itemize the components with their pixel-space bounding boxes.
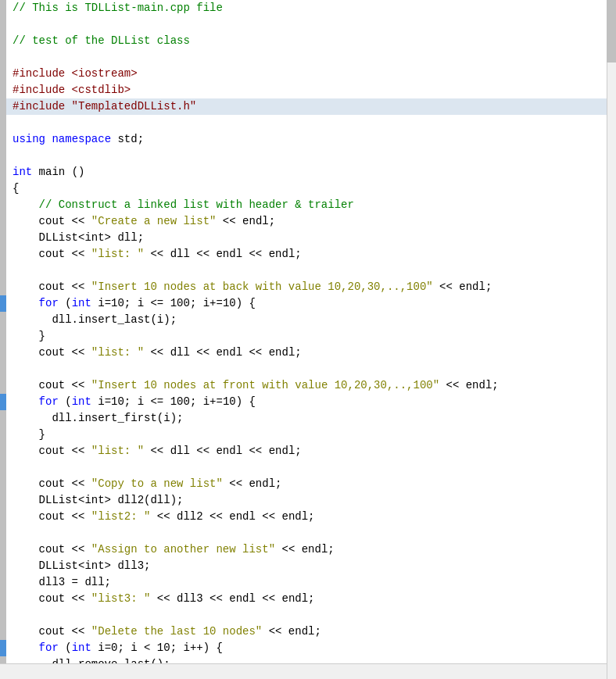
token: for (39, 641, 59, 654)
token: std; (111, 133, 144, 145)
token: using (13, 133, 45, 145)
line-marker (0, 98, 6, 115)
token: int (72, 641, 91, 654)
line (0, 459, 616, 476)
token: // This is TDLList-main.cpp file (13, 2, 223, 14)
line-marker (0, 574, 6, 591)
line-marker (0, 509, 6, 525)
token (13, 297, 39, 309)
token: << dll << endl << endl; (144, 346, 302, 359)
line: DLList<int> dll; (0, 230, 616, 246)
token: { (13, 182, 19, 195)
line: dll3 = dll; (0, 574, 616, 591)
line-content: for (int i=10; i <= 100; i+=10) { (6, 295, 616, 312)
line: cout << "Create a new list" << endl; (0, 213, 616, 230)
line-marker (0, 82, 6, 98)
token: << dll3 << endl << endl; (150, 592, 314, 605)
token: cout << (13, 346, 91, 359)
token: // test of the DLList class (13, 34, 190, 47)
token: i=10; i <= 100; i+=10) { (91, 395, 256, 408)
line-content: cout << "list: " << dll << endl << endl; (6, 443, 616, 459)
line-content (6, 525, 616, 541)
line-content: dll.insert_last(i); (6, 312, 616, 328)
token: << dll << endl << endl; (144, 248, 302, 260)
line: } (0, 328, 616, 345)
line-content: #include "TemplatedDLList.h" (6, 98, 616, 115)
token: dll.insert_first(i); (13, 412, 183, 424)
line: cout << "Delete the last 10 nodes" << en… (0, 624, 616, 640)
token: #include <iostream> (13, 67, 138, 80)
token: int (13, 166, 32, 178)
line-marker (0, 148, 6, 164)
line: #include <iostream> (0, 66, 616, 82)
token: for (39, 297, 59, 309)
token: } (13, 330, 45, 342)
line-content: dll.insert_first(i); (6, 410, 616, 427)
line-content: } (6, 427, 616, 443)
line-marker (0, 131, 6, 148)
line: // Construct a linked list with header &… (0, 197, 616, 213)
line-marker (0, 443, 6, 459)
token: cout << (13, 543, 91, 556)
line-marker (0, 427, 6, 443)
line-content: for (int i=10; i <= 100; i+=10) { (6, 394, 616, 410)
token: "Copy to a new list" (91, 477, 223, 490)
token: cout << (13, 510, 91, 523)
line: cout << "Insert 10 nodes at front with v… (0, 377, 616, 394)
token: "list2: " (91, 510, 151, 523)
token: << dll << endl << endl; (144, 445, 302, 457)
line-marker (0, 607, 6, 624)
editor-container: // This is TDLList-main.cpp file // test… (0, 0, 616, 679)
token: "Insert 10 nodes at back with value 10,2… (91, 281, 433, 293)
line-content: // Construct a linked list with header &… (6, 197, 616, 213)
line-marker (0, 361, 6, 377)
token: dll3 = dll; (13, 576, 111, 588)
line-marker (0, 66, 6, 82)
line: // test of the DLList class (0, 33, 616, 49)
token: << endl; (262, 625, 321, 638)
line-content: cout << "Copy to a new list" << endl; (6, 476, 616, 492)
line-content: DLList<int> dll3; (6, 558, 616, 574)
line-content: for (int i=0; i < 10; i++) { (6, 640, 616, 656)
line-marker (0, 164, 6, 180)
line (0, 148, 616, 164)
code-area: // This is TDLList-main.cpp file // test… (0, 0, 616, 679)
line-marker (0, 541, 6, 558)
line-content: int main () (6, 164, 616, 180)
line: // This is TDLList-main.cpp file (0, 0, 616, 16)
line-marker (0, 476, 6, 492)
line-content: #include <cstdlib> (6, 82, 616, 98)
token: "Delete the last 10 nodes" (91, 625, 262, 638)
line-content: cout << "Delete the last 10 nodes" << en… (6, 624, 616, 640)
line-content (6, 607, 616, 624)
token: DLList<int> dll3; (13, 559, 150, 572)
token: cout << (13, 281, 91, 293)
line: DLList<int> dll3; (0, 558, 616, 574)
line-marker (0, 394, 6, 410)
line: for (int i=10; i <= 100; i+=10) { (0, 394, 616, 410)
token: ( (59, 297, 72, 309)
bottom-bar (0, 663, 607, 679)
line: cout << "list: " << dll << endl << endl; (0, 443, 616, 459)
line-content: cout << "list: " << dll << endl << endl; (6, 345, 616, 361)
line-content (6, 16, 616, 33)
line-marker (0, 624, 6, 640)
token (13, 641, 39, 654)
scrollbar-vertical[interactable] (607, 0, 616, 679)
token: // Construct a linked list with header &… (39, 198, 354, 211)
token (13, 395, 39, 408)
line-marker (0, 16, 6, 33)
line: dll.insert_first(i); (0, 410, 616, 427)
token: << endl; (223, 477, 282, 490)
token: << endl; (439, 379, 499, 391)
line-content (6, 49, 616, 66)
scrollbar-thumb[interactable] (607, 0, 616, 63)
line-content (6, 148, 616, 164)
line-marker (0, 0, 6, 16)
line-marker (0, 492, 6, 509)
line: #include "TemplatedDLList.h" (0, 98, 616, 115)
line (0, 115, 616, 131)
token: #include "TemplatedDLList.h" (13, 100, 196, 113)
line: cout << "list: " << dll << endl << endl; (0, 246, 616, 263)
line-content (6, 361, 616, 377)
